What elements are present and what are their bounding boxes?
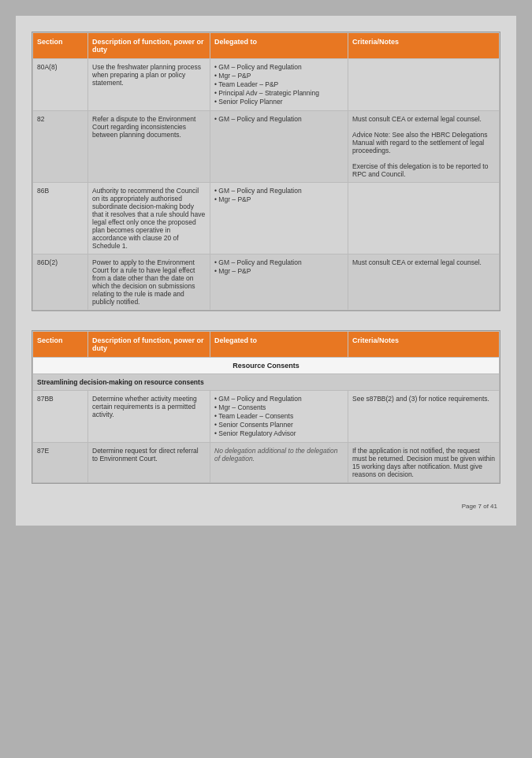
header-description: Description of function, power or duty (88, 33, 210, 59)
criteria-cell: Must consult CEA or external legal couns… (348, 111, 500, 183)
description-cell: Determine whether activity meeting certa… (88, 391, 210, 443)
resource-consents-label: Resource Consents (33, 358, 500, 374)
streamlining-label: Streamlining decision-making on resource… (33, 374, 500, 391)
table-row: 82 Refer a dispute to the Environment Co… (33, 111, 500, 183)
section-cell: 82 (33, 111, 88, 183)
section-cell: 86D(2) (33, 255, 88, 310)
table-row: 87E Determine request for direct referra… (33, 443, 500, 483)
table-row: 86B Authority to recommend the Council o… (33, 183, 500, 255)
section-cell: 80A(8) (33, 59, 88, 111)
criteria-cell: If the application is not notified, the … (348, 443, 500, 483)
header-delegated-to: Delegated to (210, 33, 348, 59)
delegated-cell: GM – Policy and Regulation Mgr – P&P Tea… (210, 59, 348, 111)
section-cell: 87BB (33, 391, 88, 443)
section-cell: 86B (33, 183, 88, 255)
delegated-cell: GM – Policy and Regulation Mgr – P&P (210, 255, 348, 310)
header-section: Section (33, 33, 88, 59)
table-row: 86D(2) Power to apply to the Environment… (33, 255, 500, 310)
criteria-cell (348, 183, 500, 255)
delegated-cell: GM – Policy and Regulation (210, 111, 348, 183)
description-cell: Power to apply to the Environment Court … (88, 255, 210, 310)
criteria-cell (348, 59, 500, 111)
table-row: 80A(8) Use the freshwater planning proce… (33, 59, 500, 111)
header-criteria: Criteria/Notes (348, 33, 500, 59)
criteria-cell: Must consult CEA or external legal couns… (348, 255, 500, 310)
resource-consents-row: Resource Consents (33, 358, 500, 374)
table-2: Section Description of function, power o… (32, 330, 500, 484)
criteria-cell: See s87BB(2) and (3) for notice requirem… (348, 391, 500, 443)
page-container: Section Description of function, power o… (16, 16, 516, 526)
streamlining-row: Streamlining decision-making on resource… (33, 374, 500, 391)
description-cell: Determine request for direct referral to… (88, 443, 210, 483)
delegated-cell: GM – Policy and Regulation Mgr – Consent… (210, 391, 348, 443)
description-cell: Use the freshwater planning process when… (88, 59, 210, 111)
header-delegated-to-2: Delegated to (210, 332, 348, 358)
table-1: Section Description of function, power o… (32, 32, 500, 311)
description-cell: Refer a dispute to the Environment Court… (88, 111, 210, 183)
description-cell: Authority to recommend the Council on it… (88, 183, 210, 255)
delegated-cell: No delegation additional to the delegati… (210, 443, 348, 483)
delegated-cell: GM – Policy and Regulation Mgr – P&P (210, 183, 348, 255)
header-criteria-2: Criteria/Notes (348, 332, 500, 358)
page-number: Page 7 of 41 (32, 503, 500, 510)
table-row: 87BB Determine whether activity meeting … (33, 391, 500, 443)
header-description-2: Description of function, power or duty (88, 332, 210, 358)
header-section-2: Section (33, 332, 88, 358)
section-cell: 87E (33, 443, 88, 483)
